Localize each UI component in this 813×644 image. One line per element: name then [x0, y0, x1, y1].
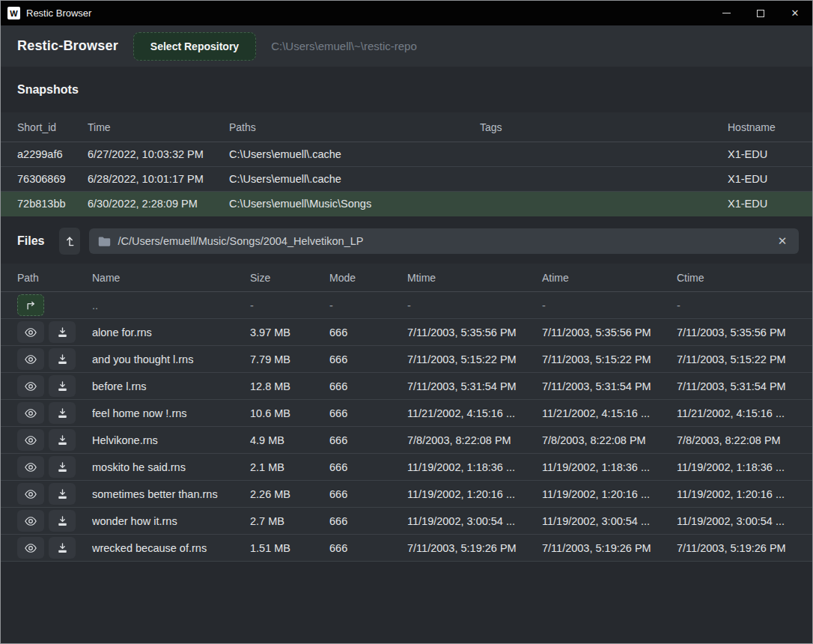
file-size: 1.51 MB: [250, 542, 329, 554]
download-file-button[interactable]: [49, 483, 76, 505]
file-name[interactable]: moskito he said.rns: [92, 461, 250, 473]
eye-icon: [24, 543, 37, 553]
file-row: before l.rns 12.8 MB 666 7/11/2003, 5:31…: [1, 373, 812, 400]
download-file-button[interactable]: [49, 429, 76, 451]
download-icon: [57, 435, 68, 446]
maximize-button[interactable]: [743, 1, 778, 25]
eye-icon: [24, 462, 37, 473]
download-file-button[interactable]: [49, 375, 76, 397]
file-row: wrecked because of.rns 1.51 MB 666 7/11/…: [1, 535, 812, 562]
files-table-header: Path Name Size Mode Mtime Atime Ctime: [1, 264, 812, 292]
column-short-id: Short_id: [17, 121, 88, 133]
snapshot-short-id: 72b813bb: [17, 198, 88, 210]
file-mode: 666: [329, 515, 407, 527]
file-atime: 11/19/2002, 1:18:36 ...: [542, 461, 677, 473]
minimize-icon: [722, 13, 731, 13]
snapshot-row[interactable]: a2299af6 6/27/2022, 10:03:32 PM C:\Users…: [1, 142, 812, 167]
snapshot-short-id: 76306869: [17, 173, 88, 185]
view-file-button[interactable]: [17, 483, 44, 505]
file-name[interactable]: sometimes better than.rns: [92, 488, 250, 500]
file-name[interactable]: wonder how it.rns: [92, 515, 250, 527]
column-tags: Tags: [480, 121, 728, 133]
window-title: Restic Browser: [26, 7, 91, 19]
view-file-button[interactable]: [17, 537, 44, 559]
file-mode: 666: [329, 488, 407, 500]
files-bar: Files /C/Users/emuell/Music/Songs/2004_H…: [1, 225, 812, 258]
file-size: 3.97 MB: [250, 326, 329, 338]
file-name[interactable]: Helvikone.rns: [92, 434, 250, 446]
current-path-bar[interactable]: /C/Users/emuell/Music/Songs/2004_Helveti…: [89, 228, 799, 254]
window-controls: ✕: [709, 1, 812, 25]
file-size: 2.7 MB: [250, 515, 329, 527]
column-size: Size: [250, 272, 329, 284]
download-file-button[interactable]: [49, 537, 76, 559]
file-atime: 11/19/2002, 3:00:54 ...: [542, 515, 677, 527]
file-ctime: 7/11/2003, 5:19:26 PM: [677, 542, 812, 554]
download-file-button[interactable]: [49, 348, 76, 370]
view-file-button[interactable]: [17, 321, 44, 343]
file-ctime: 7/11/2003, 5:31:54 PM: [677, 380, 812, 392]
file-size: 12.8 MB: [250, 380, 329, 392]
download-file-button[interactable]: [49, 456, 76, 478]
download-icon: [57, 327, 68, 338]
snapshot-time: 6/30/2022, 2:28:09 PM: [88, 198, 229, 210]
view-file-button[interactable]: [17, 375, 44, 397]
file-name[interactable]: ..: [92, 300, 250, 312]
file-name[interactable]: before l.rns: [92, 380, 250, 392]
arrow-up-from-bar-icon: [64, 235, 76, 247]
eye-icon: [24, 327, 37, 338]
file-row: moskito he said.rns 2.1 MB 666 11/19/200…: [1, 454, 812, 481]
minimize-button[interactable]: [709, 1, 743, 25]
view-file-button[interactable]: [17, 402, 44, 424]
eye-icon: [24, 435, 37, 446]
column-ctime: Ctime: [677, 272, 812, 284]
file-name[interactable]: feel home now !.rns: [92, 407, 250, 419]
eye-icon: [24, 354, 37, 365]
file-size: 2.26 MB: [250, 488, 329, 500]
file-ctime: 11/19/2002, 1:18:36 ...: [677, 461, 812, 473]
file-mode: -: [329, 300, 407, 312]
eye-icon: [24, 408, 37, 419]
download-file-button[interactable]: [49, 402, 76, 424]
snapshot-row-selected[interactable]: 72b813bb 6/30/2022, 2:28:09 PM C:\Users\…: [1, 192, 812, 216]
file-name[interactable]: and you thought l.rns: [92, 353, 250, 365]
folder-icon: [98, 236, 111, 247]
file-name[interactable]: wrecked because of.rns: [92, 542, 250, 554]
download-icon: [57, 462, 68, 473]
file-size: 2.1 MB: [250, 461, 329, 473]
file-mode: 666: [329, 326, 407, 338]
titlebar: W Restic Browser ✕: [1, 1, 812, 25]
snapshot-hostname: X1-EDU: [728, 173, 812, 185]
snapshot-hostname: X1-EDU: [728, 198, 812, 210]
clear-path-button[interactable]: ✕: [773, 232, 791, 250]
go-parent-directory-button[interactable]: [17, 294, 44, 316]
column-mode: Mode: [329, 272, 407, 284]
file-atime: 11/21/2002, 4:15:16 ...: [542, 407, 677, 419]
app-header: Restic-Browser Select Repository C:\User…: [1, 25, 812, 67]
file-atime: 7/8/2003, 8:22:08 PM: [542, 434, 677, 446]
file-mtime: 7/11/2003, 5:15:22 PM: [407, 353, 542, 365]
up-one-level-button[interactable]: [59, 228, 80, 255]
close-button[interactable]: ✕: [778, 1, 812, 25]
download-file-button[interactable]: [49, 321, 76, 343]
file-mtime: 7/11/2003, 5:19:26 PM: [407, 542, 542, 554]
download-file-button[interactable]: [49, 510, 76, 532]
current-path-text: /C/Users/emuell/Music/Songs/2004_Helveti…: [118, 235, 767, 247]
snapshot-row[interactable]: 76306869 6/28/2022, 10:01:17 PM C:\Users…: [1, 167, 812, 192]
select-repository-button[interactable]: Select Repository: [133, 32, 256, 61]
file-mode: 666: [329, 461, 407, 473]
view-file-button[interactable]: [17, 510, 44, 532]
file-row: Helvikone.rns 4.9 MB 666 7/8/2003, 8:22:…: [1, 427, 812, 454]
view-file-button[interactable]: [17, 429, 44, 451]
column-time: Time: [88, 121, 229, 133]
file-atime: 7/11/2003, 5:31:54 PM: [542, 380, 677, 392]
file-mtime: -: [407, 300, 542, 312]
app-window: W Restic Browser ✕ Restic-Browser Select…: [0, 0, 813, 644]
file-ctime: 11/19/2002, 1:20:16 ...: [677, 488, 812, 500]
file-name[interactable]: alone for.rns: [92, 326, 250, 338]
repository-path: C:\Users\emuell\~\restic-repo: [271, 40, 417, 52]
view-file-button[interactable]: [17, 348, 44, 370]
view-file-button[interactable]: [17, 456, 44, 478]
file-atime: -: [542, 300, 677, 312]
snapshot-short-id: a2299af6: [17, 148, 88, 160]
